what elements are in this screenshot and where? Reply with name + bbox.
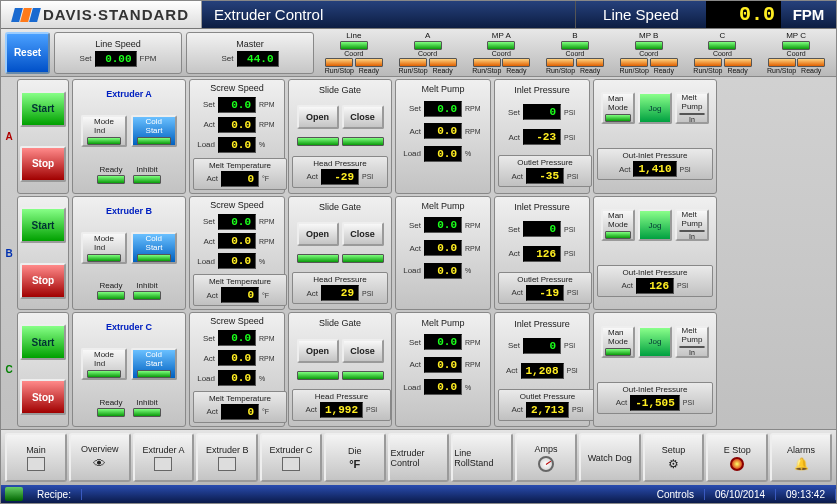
logo: DAVIS·STANDARD	[1, 1, 202, 28]
ready-led	[97, 408, 125, 417]
start-menu-icon[interactable]	[5, 487, 23, 501]
lamp-header: C	[720, 31, 726, 40]
runstop-led	[768, 58, 796, 67]
gear-icon: ⚙	[668, 457, 679, 471]
nav-main[interactable]: Main	[5, 433, 67, 482]
inlet-set-input[interactable]: 0	[523, 338, 561, 354]
man-mode-button[interactable]: ManMode	[601, 92, 635, 124]
mode-led	[87, 137, 121, 145]
start-button[interactable]: Start	[20, 324, 66, 360]
close-led	[342, 137, 384, 146]
close-button[interactable]: Close	[342, 222, 384, 246]
ready-led	[429, 58, 457, 67]
line-speed-set-input[interactable]: 0.00	[95, 51, 137, 67]
open-button[interactable]: Open	[297, 105, 339, 129]
head-pressure: 29	[321, 285, 359, 301]
lamp-header: MP C	[786, 31, 806, 40]
man-mode-button[interactable]: ManMode	[601, 326, 635, 358]
nav-watch-dog[interactable]: Watch Dog	[579, 433, 641, 482]
outlet-pressure: 2,713	[526, 402, 569, 418]
man-led	[605, 231, 631, 239]
close-button[interactable]: Close	[342, 339, 384, 363]
start-button[interactable]: Start	[20, 91, 66, 127]
stop-button[interactable]: Stop	[20, 263, 66, 299]
nav-line-rollstand[interactable]: Line RollStand	[451, 433, 513, 482]
cold-start-button[interactable]: ColdStart	[131, 348, 177, 380]
jog-button[interactable]: Jog	[638, 92, 672, 124]
cold-led	[137, 254, 171, 262]
reset-button[interactable]: Reset	[5, 32, 50, 74]
extruder-name: Extruder A	[106, 89, 152, 99]
nav-label: Extruder A	[142, 445, 184, 455]
stop-button[interactable]: Stop	[20, 146, 66, 182]
nav-die[interactable]: Die°F	[324, 433, 386, 482]
nav-amps[interactable]: Amps	[515, 433, 577, 482]
screen-icon	[27, 457, 45, 471]
cold-led	[137, 370, 171, 378]
melt-pump-button[interactable]: MeltPumpIn	[675, 326, 709, 358]
nav-extruder-c[interactable]: Extruder C	[260, 433, 322, 482]
melt-pump-button[interactable]: MeltPumpIn	[675, 92, 709, 124]
nav-label: Extruder C	[269, 445, 312, 455]
inhibit-led	[133, 175, 161, 184]
jog-button[interactable]: Jog	[638, 209, 672, 241]
line-speed-unit: FPM	[781, 1, 836, 28]
ext-icon	[282, 457, 300, 471]
melt-act: 0.0	[424, 357, 462, 373]
nav-extruder-control[interactable]: Extruder Control	[388, 433, 450, 482]
mode-button[interactable]: ModeInd	[81, 232, 127, 264]
coord-led	[340, 41, 368, 50]
ready-led	[97, 291, 125, 300]
nav-extruder-a[interactable]: Extruder A	[133, 433, 195, 482]
lamp-header: A	[425, 31, 430, 40]
outin-pressure: 126	[636, 278, 674, 294]
melt-set-input[interactable]: 0.0	[424, 101, 462, 117]
cold-start-button[interactable]: ColdStart	[131, 232, 177, 264]
ready-led	[576, 58, 604, 67]
nav-setup[interactable]: Setup⚙	[643, 433, 705, 482]
head-pressure: 1,992	[320, 402, 363, 418]
nav-label: Line RollStand	[454, 448, 510, 468]
mode-button[interactable]: ModeInd	[81, 348, 127, 380]
outin-pressure: 1,410	[633, 161, 676, 177]
start-button[interactable]: Start	[20, 207, 66, 243]
jog-button[interactable]: Jog	[638, 326, 672, 358]
open-button[interactable]: Open	[297, 339, 339, 363]
inlet-set-input[interactable]: 0	[523, 221, 561, 237]
melt-act: 0.0	[424, 123, 462, 139]
line-speed-setpoint: Line Speed Set 0.00 FPM	[54, 32, 182, 74]
cold-start-button[interactable]: ColdStart	[131, 115, 177, 147]
melt-pump-button[interactable]: MeltPumpIn	[675, 209, 709, 241]
ready-led	[650, 58, 678, 67]
close-led	[342, 254, 384, 263]
nav-e-stop[interactable]: E Stop	[706, 433, 768, 482]
screw-set-input[interactable]: 0.0	[218, 97, 256, 113]
man-mode-button[interactable]: ManMode	[601, 209, 635, 241]
melt-temp: 0	[221, 171, 259, 187]
outin-pressure: -1,505	[630, 395, 680, 411]
open-led	[297, 137, 339, 146]
nav-alarms[interactable]: Alarms🔔	[770, 433, 832, 482]
close-button[interactable]: Close	[342, 105, 384, 129]
open-button[interactable]: Open	[297, 222, 339, 246]
nav-label: Extruder Control	[391, 448, 447, 468]
mode-button[interactable]: ModeInd	[81, 115, 127, 147]
page-title: Extruder Control	[202, 1, 576, 28]
screw-set-input[interactable]: 0.0	[218, 214, 256, 230]
nav-label: Die	[348, 446, 362, 456]
screw-set-input[interactable]: 0.0	[218, 330, 256, 346]
extruder-name: Extruder C	[106, 322, 152, 332]
melt-load: 0.0	[424, 146, 462, 162]
nav-extruder-b[interactable]: Extruder B	[196, 433, 258, 482]
master-set-input[interactable]: 44.0	[237, 51, 279, 67]
mode-led	[87, 254, 121, 262]
melt-set-input[interactable]: 0.0	[424, 334, 462, 350]
inlet-set-input[interactable]: 0	[523, 104, 561, 120]
melt-set-input[interactable]: 0.0	[424, 217, 462, 233]
row-letter: A	[4, 79, 14, 194]
controls-label[interactable]: Controls	[647, 489, 705, 500]
date-label: 06/10/2014	[705, 489, 776, 500]
stop-button[interactable]: Stop	[20, 379, 66, 415]
nav-label: Setup	[662, 445, 686, 455]
nav-overview[interactable]: Overview👁	[69, 433, 131, 482]
